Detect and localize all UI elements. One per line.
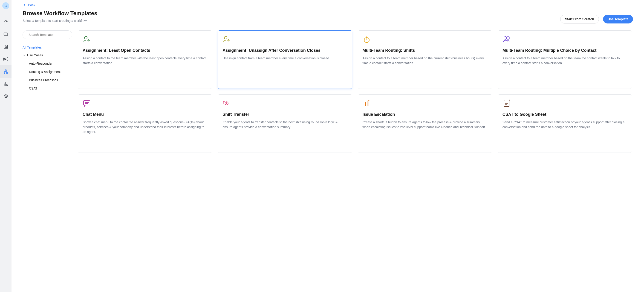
filter-item-csat[interactable]: CSAT	[22, 84, 72, 92]
left-nav: C	[0, 0, 12, 292]
gear-icon	[3, 94, 8, 99]
template-title: Chat Menu	[82, 112, 207, 117]
template-title: Shift Transfer	[222, 112, 347, 117]
bars-up-icon	[362, 99, 371, 108]
svg-point-16	[226, 102, 227, 104]
template-title: CSAT to Google Sheet	[502, 112, 627, 117]
message-icon	[3, 32, 8, 37]
nav-settings[interactable]	[0, 90, 12, 103]
page-header: Back Browse Workflow Templates Select a …	[12, 0, 644, 24]
search-box[interactable]	[22, 30, 72, 39]
chevron-down-icon	[22, 54, 26, 57]
contact-icon	[3, 44, 8, 49]
template-card-multi-team-shifts[interactable]: Multi-Team Routing: ShiftsAssign a conta…	[358, 30, 492, 89]
filter-group-label: Use Cases	[27, 54, 43, 57]
filter-panel: All Templates Use Cases Auto-ResponderRo…	[22, 30, 72, 292]
start-from-scratch-button[interactable]: Start From Scratch	[560, 15, 599, 24]
stopwatch-icon	[362, 35, 371, 44]
bars-icon	[3, 82, 8, 86]
nav-contacts[interactable]	[0, 40, 12, 53]
template-card-shift-transfer[interactable]: Shift TransferEnable your agents to tran…	[218, 94, 352, 153]
main-content: Back Browse Workflow Templates Select a …	[12, 0, 644, 292]
workflow-icon	[3, 69, 8, 74]
svg-point-8	[26, 35, 26, 35]
avatar[interactable]: C	[2, 2, 9, 9]
template-description: Assign a contact to the team member with…	[82, 56, 207, 66]
use-template-button[interactable]: Use Template	[603, 15, 633, 24]
template-title: Assignment: Unassign After Conversation …	[222, 48, 347, 53]
template-title: Issue Escalation	[362, 112, 487, 117]
user-arrow-icon	[82, 35, 91, 44]
template-description: Assign a contact to a team member based …	[502, 56, 627, 66]
templates-grid: Assignment: Least Open ContactsAssign a …	[78, 30, 632, 162]
back-link[interactable]: Back	[22, 3, 35, 7]
svg-point-10	[224, 36, 227, 39]
template-description: Unassign contact from a team member ever…	[222, 56, 347, 61]
page-subtitle: Select a template to start creating a wo…	[22, 19, 560, 22]
template-card-chat-menu[interactable]: Chat MenuShow a chat menu to the contact…	[78, 94, 212, 153]
svg-rect-1	[4, 45, 8, 49]
template-title: Multi-Team Routing: Shifts	[362, 48, 487, 53]
filter-item-routing-assignment[interactable]: Routing & Assignment	[22, 68, 72, 76]
chat-bubble-icon	[82, 99, 91, 108]
template-description: Show a chat menu to the contact to answe…	[82, 120, 207, 134]
user-rotate-icon	[222, 99, 231, 108]
template-card-csat-gsheet[interactable]: CSAT to Google SheetSend a CSAT to measu…	[498, 94, 632, 153]
users-icon	[502, 35, 511, 44]
template-title: Assignment: Least Open Contacts	[82, 48, 207, 53]
search-icon	[26, 33, 26, 36]
svg-rect-6	[6, 72, 8, 74]
antenna-icon	[3, 56, 8, 62]
svg-rect-5	[4, 72, 5, 74]
nav-messages[interactable]	[0, 28, 12, 40]
svg-point-7	[5, 96, 6, 97]
template-description: Enable your agents to transfer contacts …	[222, 120, 347, 130]
filter-all-templates[interactable]: All Templates	[22, 44, 72, 51]
svg-point-13	[507, 36, 510, 39]
back-label: Back	[28, 3, 35, 7]
header-actions: Start From Scratch Use Template	[560, 15, 633, 24]
svg-point-2	[5, 46, 6, 47]
svg-rect-4	[5, 70, 6, 71]
search-input[interactable]	[28, 33, 69, 36]
page-title: Browse Workflow Templates	[22, 10, 560, 16]
filter-item-business-processes[interactable]: Business Processes	[22, 76, 72, 84]
template-card-assign-unassign-close[interactable]: Assignment: Unassign After Conversation …	[218, 30, 352, 89]
svg-point-12	[504, 36, 507, 39]
templates-scroll-area[interactable]: Assignment: Least Open ContactsAssign a …	[78, 30, 633, 292]
template-description: Assign a contact to a team member based …	[362, 56, 487, 66]
nav-broadcast[interactable]	[0, 53, 12, 65]
template-description: Send a CSAT to measure customer satisfac…	[502, 120, 627, 130]
gauge-icon	[3, 19, 8, 24]
nav-workflows[interactable]	[0, 65, 12, 78]
document-check-icon	[502, 99, 511, 108]
svg-point-3	[5, 59, 6, 60]
template-card-assign-least-open[interactable]: Assignment: Least Open ContactsAssign a …	[78, 30, 212, 89]
svg-rect-14	[84, 100, 90, 105]
filter-item-auto-responder[interactable]: Auto-Responder	[22, 59, 72, 68]
chevron-left-icon	[22, 3, 26, 7]
nav-dashboard[interactable]	[0, 16, 12, 28]
template-card-multi-team-choice[interactable]: Multi-Team Routing: Multiple Choice by C…	[498, 30, 632, 89]
template-title: Multi-Team Routing: Multiple Choice by C…	[502, 48, 627, 53]
svg-point-9	[84, 36, 87, 39]
nav-analytics[interactable]	[0, 78, 12, 90]
template-description: Create a shortcut button to ensure agent…	[362, 120, 487, 130]
filter-group-use-cases[interactable]: Use Cases	[22, 51, 72, 59]
template-card-issue-escalation[interactable]: Issue EscalationCreate a shortcut button…	[358, 94, 492, 153]
user-arrow-icon	[222, 35, 231, 44]
